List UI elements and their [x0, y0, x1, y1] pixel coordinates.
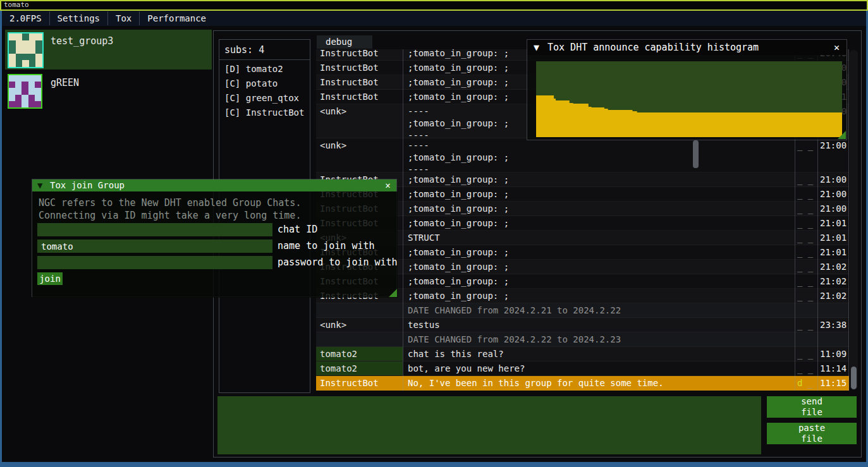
timestamp: 21:00 [820, 140, 848, 152]
avatar-pixel [28, 101, 35, 107]
avatar-pixel [29, 40, 36, 47]
resize-grip[interactable] [389, 289, 397, 297]
close-icon[interactable]: ✕ [831, 40, 843, 55]
histogram-body [527, 55, 847, 140]
avatar-pixel [35, 47, 42, 54]
avatar-pixel [21, 101, 28, 107]
delivery-flags: _ _ [797, 348, 816, 360]
timestamp: 21:00 [820, 203, 848, 215]
menubar: 2.0FPSSettingsToxPerformance [2, 11, 866, 26]
histogram-plot[interactable] [536, 61, 842, 137]
avatar-pixel [22, 60, 29, 67]
message-row[interactable]: tomato2bot, are you new here?_ _11:14 [316, 361, 849, 376]
date-separator-row[interactable]: DATE CHANGED from 2024.2.22 to 2024.2.23 [316, 332, 849, 347]
avatar-pixel [35, 75, 41, 82]
avatar-pixel [15, 88, 21, 94]
delivery-flags: _ _ [797, 246, 816, 258]
histogram-bars [536, 95, 842, 137]
group-name: gREEN [51, 77, 79, 88]
avatar-pixel [16, 60, 23, 67]
group-avatar [8, 74, 42, 109]
join-password-input[interactable] [37, 256, 272, 269]
chat-scrollbar-track[interactable] [850, 50, 858, 390]
chat-id-input[interactable] [37, 223, 272, 236]
avatar-pixel [16, 40, 23, 47]
sender-cell: <unk> [316, 318, 403, 332]
join-dialog-title: Tox join Group [50, 179, 125, 191]
sender-cell: InstructBot [316, 49, 403, 60]
message-row[interactable]: tomato2chat is this real?_ _11:09 [316, 347, 849, 361]
group-item-test-group3[interactable]: test_group3 [5, 30, 212, 70]
subs-member[interactable]: [D] tomato2 [219, 62, 310, 76]
subs-member[interactable]: [C] InstructBot [219, 106, 310, 120]
chat-scrollbar-handle[interactable] [851, 367, 857, 389]
group-name: test_group3 [51, 35, 113, 47]
sender-cell: tomato2 [316, 361, 403, 375]
chat-id-label: chat ID [278, 223, 317, 236]
window-titlebar: tomato [0, 0, 868, 11]
avatar-pixel [35, 40, 42, 47]
avatar-pixel [28, 82, 35, 88]
menu-item-settings[interactable]: Settings [50, 11, 107, 26]
avatar-pixel [21, 82, 28, 88]
message-scrollbar-handle[interactable] [693, 140, 699, 168]
join-button[interactable]: join [37, 272, 63, 285]
timestamp: 21:02 [820, 276, 848, 288]
window-frame-left [0, 11, 2, 462]
join-name-input[interactable] [37, 240, 272, 253]
divider [219, 59, 310, 60]
message-text: ;tomato_in_group: ; [408, 202, 790, 215]
date-separator-row[interactable]: DATE CHANGED from 2024.2.21 to 2024.2.22 [316, 303, 849, 318]
message-row[interactable]: <unk>testus_ _23:38 [316, 318, 849, 332]
avatar-pixel [29, 54, 36, 61]
join-password-label: password to join with [278, 256, 398, 269]
subs-count: subs: 4 [219, 40, 310, 58]
avatar-pixel [35, 33, 42, 40]
menu-item-2-0fps[interactable]: 2.0FPS [2, 11, 49, 26]
message-input[interactable] [217, 396, 761, 454]
message-row[interactable]: <unk>---- ;tomato_in_group: ; ----_ _21:… [316, 138, 849, 173]
avatar-pixel [9, 33, 16, 40]
timestamp: 21:00 [820, 174, 848, 186]
send-file-button[interactable]: send file [767, 396, 857, 418]
delivery-flags: _ _ [797, 261, 816, 273]
menu-item-tox[interactable]: Tox [108, 11, 139, 26]
message-text: ---- ;tomato_in_group: ; ---- [408, 138, 790, 172]
resize-grip[interactable] [838, 131, 846, 139]
sender-cell: tomato2 [316, 347, 403, 361]
sender-cell: InstructBot [316, 90, 403, 104]
message-row[interactable]: InstructBotNo, I've been in this group f… [316, 376, 849, 391]
avatar-pixel [29, 60, 36, 67]
delivery-flags: _ _ [797, 363, 816, 375]
column-divider [403, 49, 403, 391]
message-text: ;tomato_in_group: ; [408, 274, 790, 288]
timestamp: 21:02 [820, 290, 848, 302]
timestamp: 21:01 [820, 246, 848, 258]
paste-file-button[interactable]: paste file [767, 423, 857, 444]
message-text: ;tomato_in_group: ; [408, 260, 790, 274]
avatar-pixel [9, 54, 16, 61]
join-name-label: name to join with [278, 240, 375, 253]
collapse-icon[interactable]: ▼ [534, 40, 539, 55]
close-icon[interactable]: ✕ [382, 179, 394, 191]
subs-member[interactable]: [C] potato [219, 76, 310, 91]
avatar-pixel [9, 47, 16, 54]
collapse-icon[interactable]: ▼ [37, 179, 42, 191]
tab-debug[interactable]: debug [317, 35, 372, 49]
group-item-green[interactable]: gREEN [5, 71, 212, 109]
join-group-dialog: ▼ Tox join Group ✕ NGC refers to the New… [32, 179, 397, 297]
avatar-pixel [9, 82, 15, 88]
subs-member[interactable]: [C] green_qtox [219, 91, 310, 106]
histogram-titlebar[interactable]: ▼ Tox DHT announce capability histogram … [527, 40, 847, 55]
dht-histogram-window: ▼ Tox DHT announce capability histogram … [527, 39, 847, 140]
avatar-pixel [9, 95, 15, 101]
message-text: No, I've been in this group for quite so… [408, 376, 790, 390]
delivery-flags: _ _ [797, 290, 816, 302]
message-text: ;tomato_in_group: ; [408, 245, 790, 259]
join-dialog-titlebar[interactable]: ▼ Tox join Group ✕ [32, 179, 396, 191]
date-text: DATE CHANGED from 2024.2.21 to 2024.2.22 [408, 303, 790, 317]
delivery-flags: _ _ [797, 203, 816, 215]
avatar-pixel [16, 47, 23, 54]
menu-item-performance[interactable]: Performance [140, 11, 214, 26]
avatar-pixel [15, 101, 21, 107]
